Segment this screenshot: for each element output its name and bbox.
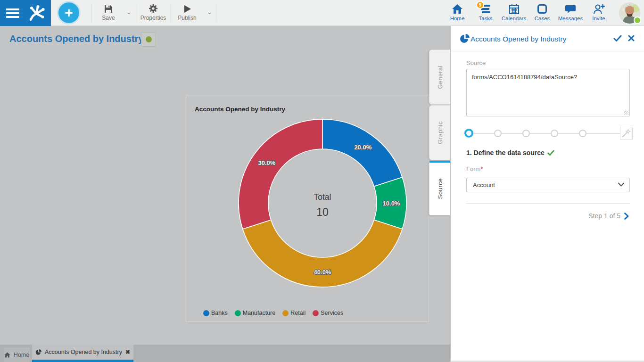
nav-invite[interactable]: Invite: [585, 0, 613, 26]
step-circle-4[interactable]: [551, 130, 558, 137]
bottom-tab-home[interactable]: Home: [4, 347, 30, 362]
required-asterisk: *: [480, 165, 483, 173]
online-status-dot: [634, 16, 641, 24]
cases-icon: [528, 3, 556, 15]
panel-divider: [466, 203, 630, 204]
status-green-dot: [146, 36, 152, 42]
top-navigation: Home 9 Tasks Calendars Cases Messages: [443, 0, 613, 26]
step-circle-5[interactable]: [579, 130, 586, 137]
publish-dropdown-chevron[interactable]: ⌄: [207, 8, 212, 16]
menu-icon[interactable]: [6, 8, 19, 18]
save-label: Save: [93, 15, 124, 21]
nav-tasks[interactable]: 9 Tasks: [471, 0, 500, 26]
donut-slice-services[interactable]: [239, 119, 322, 229]
slice-percent-label: 20.0%: [354, 144, 372, 151]
add-button[interactable]: +: [58, 2, 79, 23]
home-icon: [443, 3, 471, 15]
confirm-check-icon[interactable]: [613, 35, 622, 42]
publish-label: Publish: [172, 15, 203, 21]
nav-messages[interactable]: Messages: [556, 0, 585, 26]
legend-label: Retail: [290, 310, 305, 316]
chart-legend: BanksManufactureRetailServices: [203, 310, 343, 316]
app-logo-icon[interactable]: [26, 4, 47, 23]
save-dropdown-chevron[interactable]: ⌄: [126, 8, 132, 16]
wizard-stepper: [464, 127, 633, 140]
valid-check-icon: [547, 150, 554, 156]
legend-dot: [203, 310, 209, 316]
status-indicator-button[interactable]: [141, 32, 156, 47]
tab-graphic[interactable]: Graphic: [429, 105, 451, 160]
tab-general[interactable]: General: [429, 49, 451, 105]
gear-icon: [138, 3, 169, 13]
chevron-right-icon[interactable]: [624, 213, 629, 220]
step-indicator: Step 1 of 5: [588, 212, 620, 220]
legend-label: Banks: [211, 310, 228, 316]
form-field-label: Form*: [466, 165, 483, 173]
tab-close-icon[interactable]: ✖: [125, 349, 130, 355]
toolbar-separator: [91, 4, 91, 22]
properties-label: Properties: [138, 15, 169, 21]
step-navigation[interactable]: Step 1 of 5: [588, 212, 629, 220]
slice-percent-label: 40.0%: [314, 269, 331, 276]
step-circle-2[interactable]: [494, 130, 502, 137]
legend-dot: [313, 310, 319, 316]
toolbar-separator: [216, 4, 216, 22]
save-button[interactable]: Save: [93, 3, 124, 24]
save-icon: [93, 3, 124, 13]
bottom-tab-active[interactable]: Accounts Opened by Industry ✖: [32, 345, 133, 362]
toolbar-separator: [171, 4, 171, 22]
invite-icon: [585, 3, 613, 15]
settings-panel: Accounts Opened by Industry Source forms…: [450, 26, 644, 362]
toolbar-separator: [136, 4, 136, 22]
legend-label: Services: [321, 310, 343, 316]
workspace: Accounts Opened by Industry Accounts Ope…: [0, 26, 450, 362]
nav-home[interactable]: Home: [443, 0, 471, 26]
tab-source[interactable]: Source: [429, 161, 451, 215]
legend-item-banks[interactable]: Banks: [203, 310, 228, 316]
source-field-label: Source: [466, 59, 486, 66]
home-tab-icon: [4, 352, 10, 358]
close-icon[interactable]: [628, 35, 635, 41]
step-circle-1[interactable]: [464, 129, 473, 138]
chart-card: Accounts Opened by Industry 20.0%10.0%40…: [186, 96, 429, 322]
publish-play-icon: [172, 3, 203, 13]
step-heading: 1. Define the data source: [466, 149, 554, 156]
panel-header: Accounts Opened by Industry: [451, 26, 644, 51]
donut-center-text: Total: [314, 192, 331, 202]
form-select[interactable]: Account: [466, 178, 630, 192]
donut-chart: 20.0%10.0%40.0%30.0%Total10: [186, 96, 429, 307]
pie-tab-icon: [35, 349, 41, 355]
nav-calendars[interactable]: Calendars: [500, 0, 528, 26]
user-avatar[interactable]: [619, 2, 640, 24]
bottom-tab-bar: Home Accounts Opened by Industry ✖: [0, 345, 450, 362]
properties-button[interactable]: Properties: [138, 3, 169, 24]
top-toolbar: + Save ⌄ Properties: [0, 0, 644, 26]
legend-label: Manufacture: [243, 310, 275, 316]
pie-chart-icon: [460, 34, 470, 44]
tasks-icon: [471, 3, 500, 15]
panel-side-tabs: General Graphic Source: [429, 49, 451, 216]
publish-button[interactable]: Publish: [172, 3, 203, 24]
legend-item-services[interactable]: Services: [313, 310, 343, 316]
donut-slice-banks[interactable]: [322, 119, 402, 186]
source-textarea[interactable]: forms/ACCO1614188794/dataSource?: [466, 69, 630, 116]
tasks-badge: 9: [476, 1, 484, 9]
legend-item-manufacture[interactable]: Manufacture: [235, 310, 275, 316]
donut-center-text: 10: [316, 206, 329, 218]
legend-dot: [235, 310, 241, 316]
app-logo-block: [0, 0, 51, 26]
slice-percent-label: 10.0%: [383, 200, 400, 207]
panel-title: Accounts Opened by Industry: [471, 35, 566, 43]
legend-item-retail[interactable]: Retail: [282, 310, 305, 316]
calendar-icon: [500, 3, 528, 15]
messages-icon: [556, 3, 585, 15]
chevron-down-icon: [618, 182, 624, 187]
magic-wand-icon: [622, 129, 631, 138]
step-circle-3[interactable]: [522, 130, 530, 137]
slice-percent-label: 30.0%: [258, 159, 275, 166]
donut-slice-retail[interactable]: [243, 220, 403, 287]
nav-cases[interactable]: Cases: [528, 0, 556, 26]
legend-dot: [282, 310, 289, 316]
magic-wand-button[interactable]: [620, 127, 633, 140]
page-title: Accounts Opened by Industry: [9, 33, 143, 44]
